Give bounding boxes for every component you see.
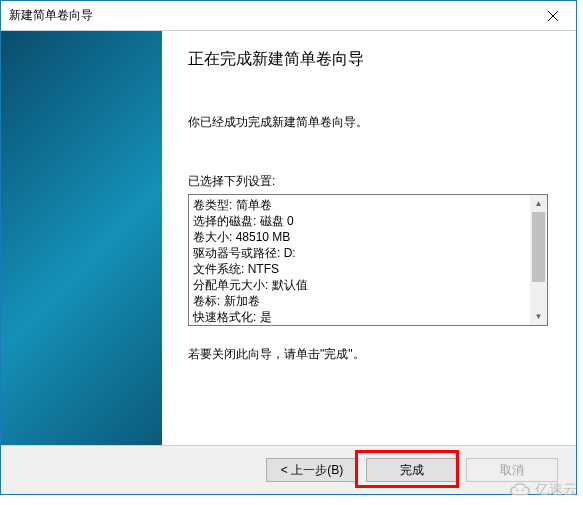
close-instruction: 若要关闭此向导，请单击"完成"。 (188, 346, 548, 363)
scroll-up-button[interactable]: ▲ (530, 195, 547, 212)
setting-row: 卷标: 新加卷 (193, 293, 543, 309)
setting-row: 驱动器号或路径: D: (193, 245, 543, 261)
back-button[interactable]: < 上一步(B) (266, 458, 358, 482)
titlebar: 新建简单卷向导 (1, 1, 576, 31)
window-title: 新建简单卷向导 (9, 7, 93, 24)
setting-row: 分配单元大小: 默认值 (193, 277, 543, 293)
cloud-icon (509, 481, 531, 499)
body-area: 正在完成新建简单卷向导 你已经成功完成新建简单卷向导。 已选择下列设置: 卷类型… (1, 31, 576, 445)
page-heading: 正在完成新建简单卷向导 (188, 49, 548, 70)
close-button[interactable] (530, 1, 576, 31)
close-icon (548, 11, 558, 21)
setting-row: 快速格式化: 是 (193, 309, 543, 325)
watermark: 亿速云 (509, 481, 577, 499)
setting-row: 文件系统: NTFS (193, 261, 543, 277)
watermark-text: 亿速云 (535, 481, 577, 499)
completion-message: 你已经成功完成新建简单卷向导。 (188, 114, 548, 131)
settings-list-content: 卷类型: 简单卷 选择的磁盘: 磁盘 0 卷大小: 48510 MB 驱动器号或… (189, 195, 547, 326)
svg-point-2 (516, 489, 518, 491)
finish-button[interactable]: 完成 (366, 458, 458, 482)
cancel-button[interactable]: 取消 (466, 458, 558, 482)
svg-point-3 (522, 489, 524, 491)
content-pane: 正在完成新建简单卷向导 你已经成功完成新建简单卷向导。 已选择下列设置: 卷类型… (162, 31, 576, 445)
settings-listbox[interactable]: 卷类型: 简单卷 选择的磁盘: 磁盘 0 卷大小: 48510 MB 驱动器号或… (188, 194, 548, 326)
wizard-side-banner (1, 31, 162, 445)
settings-label: 已选择下列设置: (188, 173, 548, 190)
scroll-thumb[interactable] (532, 212, 545, 282)
wizard-window: 新建简单卷向导 正在完成新建简单卷向导 你已经成功完成新建简单卷向导。 已选择下… (0, 0, 577, 495)
scrollbar[interactable]: ▲ ▼ (530, 195, 547, 325)
setting-row: 卷大小: 48510 MB (193, 229, 543, 245)
setting-row: 选择的磁盘: 磁盘 0 (193, 213, 543, 229)
button-row: < 上一步(B) 完成 取消 (1, 445, 576, 494)
scroll-down-button[interactable]: ▼ (530, 308, 547, 325)
setting-row: 卷类型: 简单卷 (193, 197, 543, 213)
